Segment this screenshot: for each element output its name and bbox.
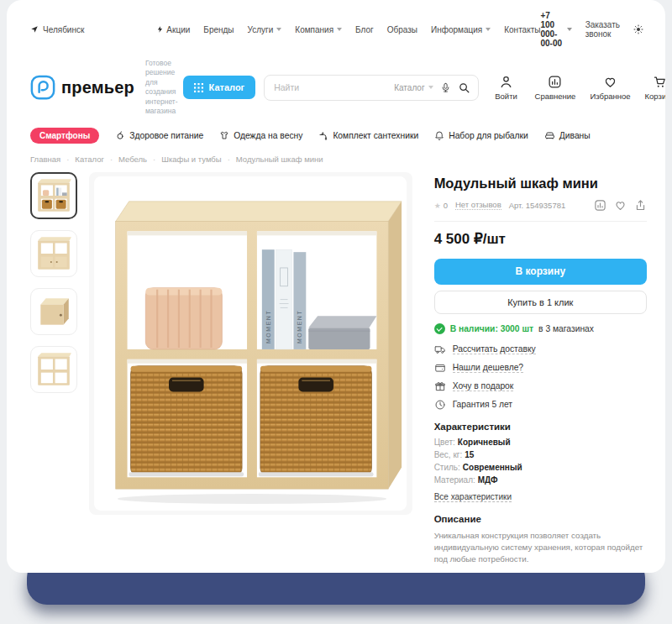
logo[interactable]: премьер xyxy=(30,75,134,100)
topnav-contacts[interactable]: Контакты xyxy=(504,25,540,34)
page: Челябинск Акции Бренды Услуги Компания Б… xyxy=(0,0,672,624)
theme-toggle[interactable] xyxy=(633,24,643,34)
bell-icon xyxy=(434,130,444,140)
book-spine-label: MOMENT xyxy=(297,310,303,343)
breadcrumb-item-current: Модульный шкаф мини xyxy=(236,155,323,164)
reviews-link[interactable]: Нет отзывов xyxy=(455,200,501,210)
thumbnail-4[interactable] xyxy=(30,346,77,393)
topnav-looks[interactable]: Образы xyxy=(387,25,417,34)
thumbnail-4-image xyxy=(34,350,73,389)
buy-one-click-button[interactable]: Купить в 1 клик xyxy=(434,291,647,314)
sku: Арт. 154935781 xyxy=(509,201,566,210)
sofa-icon xyxy=(544,130,555,141)
thumbnail-3[interactable] xyxy=(30,288,77,335)
warranty-link[interactable]: Гарантия 5 лет xyxy=(434,399,647,411)
chevron-down-icon xyxy=(337,28,342,31)
favorites-button[interactable]: Избранное xyxy=(590,75,630,101)
thumbnail-1[interactable] xyxy=(30,172,77,219)
category-sofas[interactable]: Диваны xyxy=(544,130,591,141)
share-button[interactable] xyxy=(634,199,647,212)
spec-row: Цвет:Коричневый xyxy=(434,438,647,447)
tshirt-icon xyxy=(219,130,229,140)
product-meta: 0 Нет отзывов Арт. 154935781 xyxy=(434,199,647,212)
heart-icon xyxy=(603,75,617,89)
search-bar: Каталог xyxy=(264,75,478,101)
breadcrumb-item[interactable]: Главная xyxy=(30,155,69,164)
callback-link[interactable]: Заказать звонок xyxy=(585,20,620,39)
topnav-services[interactable]: Услуги xyxy=(248,25,282,34)
cart-icon xyxy=(653,75,665,89)
all-specs-link[interactable]: Все характеристики xyxy=(434,492,512,502)
star-icon xyxy=(434,201,444,210)
chevron-down-icon xyxy=(276,28,281,31)
apple-icon xyxy=(115,130,125,140)
topnav-info[interactable]: Информация xyxy=(431,25,491,34)
phone-number[interactable]: +7 100 000-00-00 xyxy=(540,11,571,48)
category-healthy-food[interactable]: Здоровое питание xyxy=(115,130,203,140)
stock-stores: в 3 магазинах xyxy=(538,324,594,333)
grid-icon xyxy=(194,83,203,92)
header-actions: Войти Сравнение Избранное xyxy=(492,75,665,101)
topnav-company[interactable]: Компания xyxy=(295,25,342,34)
search-scope-select[interactable]: Каталог xyxy=(394,83,433,92)
microphone-icon xyxy=(440,82,451,93)
thumbnail-3-image xyxy=(34,292,73,331)
compare-button[interactable]: Сравнение xyxy=(535,75,576,101)
delivery-calc-link[interactable]: Рассчитать доставку xyxy=(434,343,647,355)
catalog-button[interactable]: Каталог xyxy=(183,76,256,99)
thumbnail-2[interactable] xyxy=(30,230,77,277)
thumbnail-1-image xyxy=(34,176,73,215)
divider xyxy=(434,221,647,222)
truck-icon xyxy=(434,343,446,355)
gift-link[interactable]: Хочу в подарок xyxy=(434,380,647,392)
category-plumbing-kit[interactable]: Комплект сантехники xyxy=(318,130,418,140)
spec-row: Стиль:Современный xyxy=(434,463,647,472)
service-links: Рассчитать доставку Нашли дешевле? Хочу … xyxy=(434,343,647,411)
share-icon xyxy=(634,199,647,212)
sun-icon xyxy=(633,24,643,34)
breadcrumb-item[interactable]: Шкафы и тумбы xyxy=(161,155,230,164)
thumbnail-2-image xyxy=(34,234,73,273)
favorite-product-button[interactable] xyxy=(614,199,627,212)
compare-icon xyxy=(594,199,606,212)
city-label: Челябинск xyxy=(43,25,84,34)
category-pill-smartphones[interactable]: Смартфоны xyxy=(30,128,99,144)
category-spring-clothes[interactable]: Одежда на весну xyxy=(219,130,302,140)
compare-product-button[interactable] xyxy=(594,199,606,212)
topnav-brands[interactable]: Бренды xyxy=(203,25,234,34)
breadcrumb-item[interactable]: Мебель xyxy=(118,155,155,164)
page-title: Модульный шкаф мини xyxy=(434,176,647,191)
search-submit-button[interactable] xyxy=(458,81,470,94)
location-icon xyxy=(30,25,39,34)
check-circle-icon xyxy=(434,323,445,334)
compare-icon xyxy=(548,75,562,89)
clock-icon xyxy=(434,399,446,411)
category-fishing-set[interactable]: Набор для рыбалки xyxy=(434,130,528,140)
wallet-icon xyxy=(434,362,446,374)
breadcrumb-item[interactable]: Каталог xyxy=(75,155,113,164)
gift-icon xyxy=(434,380,446,392)
logo-icon xyxy=(30,75,55,100)
book-spine-label: MOMENT xyxy=(265,310,271,343)
topbar: Челябинск Акции Бренды Услуги Компания Б… xyxy=(7,0,665,48)
stock-amount: В наличии: 3000 шт xyxy=(450,324,533,333)
cart-button[interactable]: Корзина xyxy=(645,75,665,101)
found-cheaper-link[interactable]: Нашли дешевле? xyxy=(434,362,647,374)
city-selector[interactable]: Челябинск xyxy=(30,25,84,34)
faucet-icon xyxy=(318,130,328,140)
product-image-graphic: MOMENT MOMENT xyxy=(92,175,408,512)
spec-row: Материал:МДФ xyxy=(434,475,647,485)
product-image[interactable]: MOMENT MOMENT xyxy=(89,172,412,515)
gallery-thumbnails xyxy=(30,172,79,393)
add-to-cart-button[interactable]: В корзину xyxy=(434,259,647,285)
user-icon xyxy=(499,75,513,89)
chevron-down-icon xyxy=(486,28,491,31)
heart-icon xyxy=(614,199,627,212)
topnav-blog[interactable]: Блог xyxy=(355,25,374,34)
stock-status: В наличии: 3000 шт в 3 магазинах xyxy=(434,323,647,334)
voice-search-button[interactable] xyxy=(440,82,451,93)
login-button[interactable]: Войти xyxy=(492,75,521,101)
logo-text: премьер xyxy=(61,78,134,97)
topnav-promos[interactable]: Акции xyxy=(156,25,190,34)
search-input[interactable] xyxy=(274,82,387,92)
